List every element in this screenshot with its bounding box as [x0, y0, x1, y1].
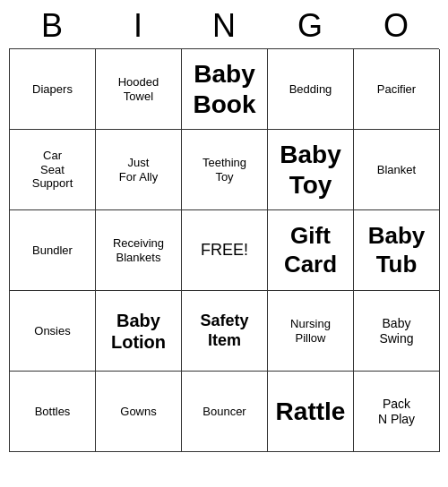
cell-text-14: Baby Tub: [368, 222, 426, 278]
cell-text-5: Car Seat Support: [32, 149, 73, 191]
cell-text-1: Hooded Towel: [118, 75, 159, 103]
cell-text-20: Bottles: [35, 405, 71, 419]
cell-text-4: Pacifier: [377, 82, 416, 97]
cell-text-8: Baby Toy: [280, 140, 340, 200]
letter-g: G: [267, 7, 353, 45]
bingo-cell-15: Onsies: [10, 291, 96, 372]
cell-text-19: Baby Swing: [379, 316, 413, 346]
letter-b: B: [9, 7, 95, 45]
bingo-cell-10: Bundler: [10, 210, 96, 291]
bingo-cell-22: Bouncer: [182, 372, 268, 452]
bingo-cell-8: Baby Toy: [268, 130, 354, 210]
bingo-cell-3: Bedding: [268, 49, 354, 130]
cell-text-17: Safety Item: [200, 312, 248, 350]
bingo-cell-9: Blanket: [354, 130, 440, 210]
cell-text-10: Bundler: [32, 244, 73, 258]
letter-o: O: [353, 7, 439, 45]
cell-text-7: Teething Toy: [202, 156, 246, 184]
cell-text-3: Bedding: [289, 82, 332, 97]
bingo-cell-16: Baby Lotion: [96, 291, 182, 372]
bingo-cell-1: Hooded Towel: [96, 49, 182, 130]
cell-text-11: Receiving Blankets: [113, 236, 164, 264]
cell-text-16: Baby Lotion: [111, 310, 166, 353]
bingo-cell-14: Baby Tub: [354, 210, 440, 291]
cell-text-12: FREE!: [201, 241, 248, 261]
bingo-grid: DiapersHooded TowelBaby BookBeddingPacif…: [9, 48, 439, 452]
cell-text-6: Just For Ally: [119, 156, 158, 184]
cell-text-15: Onsies: [34, 324, 70, 338]
bingo-cell-6: Just For Ally: [96, 130, 182, 210]
cell-text-22: Bouncer: [202, 405, 246, 419]
cell-text-24: Pack N Play: [378, 397, 415, 427]
bingo-cell-5: Car Seat Support: [10, 130, 96, 210]
bingo-cell-7: Teething Toy: [182, 130, 268, 210]
bingo-cell-12: FREE!: [182, 210, 268, 291]
letter-i: I: [95, 7, 181, 45]
bingo-cell-2: Baby Book: [182, 49, 268, 130]
cell-text-23: Rattle: [276, 397, 346, 427]
bingo-cell-23: Rattle: [268, 372, 354, 452]
bingo-cell-13: Gift Card: [268, 210, 354, 291]
cell-text-18: Nursing Pillow: [290, 317, 331, 345]
bingo-cell-20: Bottles: [10, 372, 96, 452]
bingo-cell-19: Baby Swing: [354, 291, 440, 372]
letter-n: N: [181, 7, 267, 45]
bingo-cell-11: Receiving Blankets: [96, 210, 182, 291]
cell-text-21: Gowns: [120, 405, 156, 419]
cell-text-13: Gift Card: [284, 222, 337, 278]
bingo-cell-0: Diapers: [10, 49, 96, 130]
cell-text-9: Blanket: [377, 163, 416, 177]
bingo-cell-24: Pack N Play: [354, 372, 440, 452]
bingo-cell-4: Pacifier: [354, 49, 440, 130]
bingo-cell-21: Gowns: [96, 372, 182, 452]
bingo-cell-18: Nursing Pillow: [268, 291, 354, 372]
cell-text-2: Baby Book: [194, 59, 256, 119]
cell-text-0: Diapers: [32, 82, 73, 97]
bingo-header: B I N G O: [9, 0, 439, 48]
bingo-cell-17: Safety Item: [182, 291, 268, 372]
